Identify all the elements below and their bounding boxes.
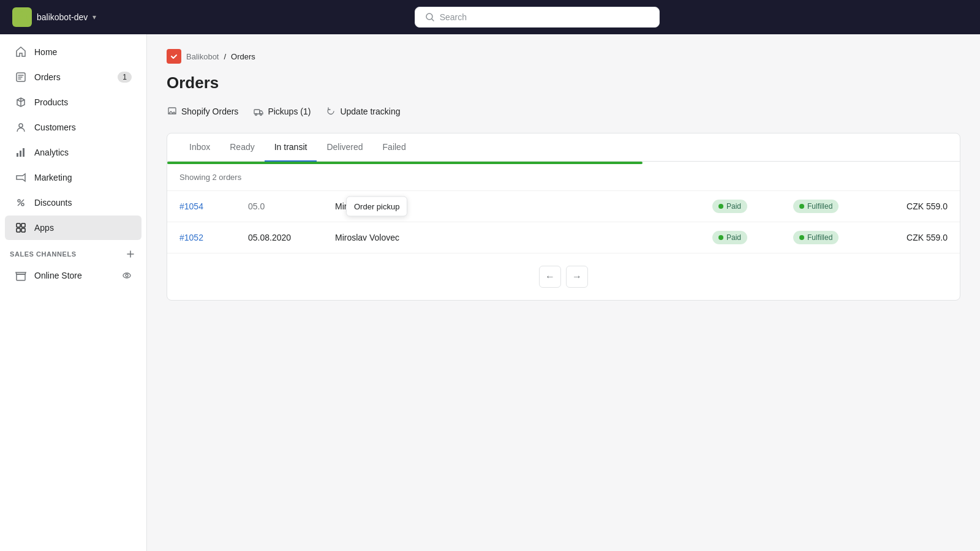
fulfilled-badge-text: Fulfilled xyxy=(807,233,832,242)
main-content: Balikobot / Orders Orders Shopify Orders… xyxy=(147,34,980,551)
progress-bar-fill xyxy=(167,162,643,164)
customers-icon xyxy=(15,121,27,133)
tab-failed[interactable]: Failed xyxy=(373,133,416,162)
fulfillment-status-cell: Fulfilled xyxy=(793,231,873,244)
next-page-button[interactable]: → xyxy=(566,266,588,288)
sidebar-item-apps[interactable]: Apps xyxy=(5,216,141,240)
svg-point-6 xyxy=(18,200,20,202)
search-icon xyxy=(425,12,435,22)
page-title: Orders xyxy=(167,73,960,92)
order-1054-amount: CZK 559.0 xyxy=(907,201,948,211)
svg-rect-11 xyxy=(21,228,25,232)
orders-count: Showing 2 orders xyxy=(167,164,960,191)
tab-failed-label: Failed xyxy=(383,142,406,152)
sidebar-item-home[interactable]: Home xyxy=(5,40,141,64)
sidebar-item-orders[interactable]: Orders 1 xyxy=(5,65,141,89)
fulfilled-badge: Fulfilled xyxy=(793,231,839,244)
sidebar-item-products-label: Products xyxy=(34,97,68,107)
breadcrumb-current: Orders xyxy=(231,52,255,61)
amount-cell: CZK 559.0 xyxy=(880,233,948,242)
sidebar-item-customers[interactable]: Customers xyxy=(5,115,141,140)
add-sales-channel-button[interactable] xyxy=(124,248,137,260)
shopify-orders-button[interactable]: Shopify Orders xyxy=(167,102,238,121)
svg-rect-16 xyxy=(254,110,260,114)
tab-delivered-label: Delivered xyxy=(326,142,363,152)
sidebar-item-online-store[interactable]: Online Store xyxy=(5,263,141,288)
update-tracking-label: Update tracking xyxy=(340,107,400,116)
table-row: #1054 05.0 Order pickup Miroslav Volovec… xyxy=(167,191,960,222)
brand-area[interactable]: balikobot-dev ▾ xyxy=(12,7,96,27)
payment-status-cell: Paid xyxy=(712,200,786,213)
svg-rect-3 xyxy=(17,153,18,157)
svg-point-13 xyxy=(126,274,128,277)
svg-point-12 xyxy=(123,273,130,278)
order-1054-link[interactable]: #1054 xyxy=(179,201,203,211)
sidebar-item-orders-label: Orders xyxy=(34,72,61,82)
order-1052-link[interactable]: #1052 xyxy=(179,233,203,242)
update-tracking-button[interactable]: Update tracking xyxy=(325,102,400,121)
svg-rect-10 xyxy=(17,228,20,232)
order-1054-date: 05.0 xyxy=(248,201,265,211)
order-1052-customer: Miroslav Volovec xyxy=(335,233,399,242)
svg-rect-4 xyxy=(20,151,21,157)
pickups-button[interactable]: Pickups (1) xyxy=(253,102,311,121)
refresh-icon xyxy=(325,106,336,117)
sidebar-item-discounts-label: Discounts xyxy=(34,198,72,208)
fulfilled-badge-text: Fulfilled xyxy=(807,202,832,211)
tabs: Inbox Ready In transit Delivered Failed xyxy=(167,133,960,162)
sidebar-item-online-store-label: Online Store xyxy=(34,271,82,280)
main-layout: Home Orders 1 Products Customers Analy xyxy=(0,34,980,551)
tab-inbox-label: Inbox xyxy=(189,142,210,152)
svg-rect-8 xyxy=(17,223,20,227)
breadcrumb-separator: / xyxy=(224,52,226,61)
apps-icon xyxy=(15,222,27,234)
download-icon xyxy=(167,106,178,117)
sidebar-item-home-label: Home xyxy=(34,47,57,57)
orders-icon xyxy=(15,71,27,83)
breadcrumb-app-link[interactable]: Balikobot xyxy=(186,52,219,61)
table-row: #1052 05.08.2020 Miroslav Volovec Paid F… xyxy=(167,222,960,253)
sidebar-item-marketing[interactable]: Marketing xyxy=(5,165,141,190)
sidebar-item-discounts[interactable]: Discounts xyxy=(5,190,141,215)
tab-inbox[interactable]: Inbox xyxy=(179,133,220,162)
next-page-icon: → xyxy=(572,271,582,282)
svg-rect-9 xyxy=(21,223,25,227)
tab-in-transit[interactable]: In transit xyxy=(265,133,317,162)
orders-badge: 1 xyxy=(118,72,132,83)
search-box[interactable]: Search xyxy=(415,7,660,28)
fulfillment-status-cell: Fulfilled xyxy=(793,200,873,213)
order-date-cell: 05.0 Order pickup xyxy=(248,201,328,211)
svg-point-18 xyxy=(260,114,262,116)
sidebar-item-products[interactable]: Products xyxy=(5,90,141,114)
fulfilled-badge: Fulfilled xyxy=(793,200,839,213)
truck-icon xyxy=(253,106,264,117)
order-number-cell: #1052 xyxy=(179,233,241,242)
prev-page-button[interactable]: ← xyxy=(539,266,561,288)
svg-point-7 xyxy=(21,203,24,206)
breadcrumb: Balikobot / Orders xyxy=(167,49,960,64)
sidebar: Home Orders 1 Products Customers Analy xyxy=(0,34,147,551)
action-bar: Shopify Orders Pickups (1) Update tracki… xyxy=(167,102,960,121)
svg-rect-5 xyxy=(23,148,24,157)
tooltip-text: Order pickup xyxy=(354,202,399,211)
tab-delivered[interactable]: Delivered xyxy=(317,133,372,162)
products-icon xyxy=(15,96,27,108)
search-placeholder: Search xyxy=(440,12,467,22)
marketing-icon xyxy=(15,171,27,184)
paid-badge: Paid xyxy=(712,200,747,213)
svg-point-2 xyxy=(19,124,23,127)
showing-orders-text: Showing 2 orders xyxy=(179,173,241,182)
tab-in-transit-label: In transit xyxy=(274,142,307,152)
sidebar-item-marketing-label: Marketing xyxy=(34,173,72,182)
discounts-icon xyxy=(15,197,27,209)
svg-point-17 xyxy=(255,114,257,116)
sidebar-item-apps-label: Apps xyxy=(34,223,54,233)
shopify-orders-label: Shopify Orders xyxy=(181,107,238,116)
tab-ready[interactable]: Ready xyxy=(220,133,264,162)
sidebar-item-analytics[interactable]: Analytics xyxy=(5,140,141,165)
paid-badge-text: Paid xyxy=(726,202,741,211)
sales-channels-section: SALES CHANNELS xyxy=(0,241,146,263)
tab-ready-label: Ready xyxy=(230,142,254,152)
order-date-cell: 05.08.2020 xyxy=(248,233,328,242)
store-visibility-icon xyxy=(122,271,132,280)
